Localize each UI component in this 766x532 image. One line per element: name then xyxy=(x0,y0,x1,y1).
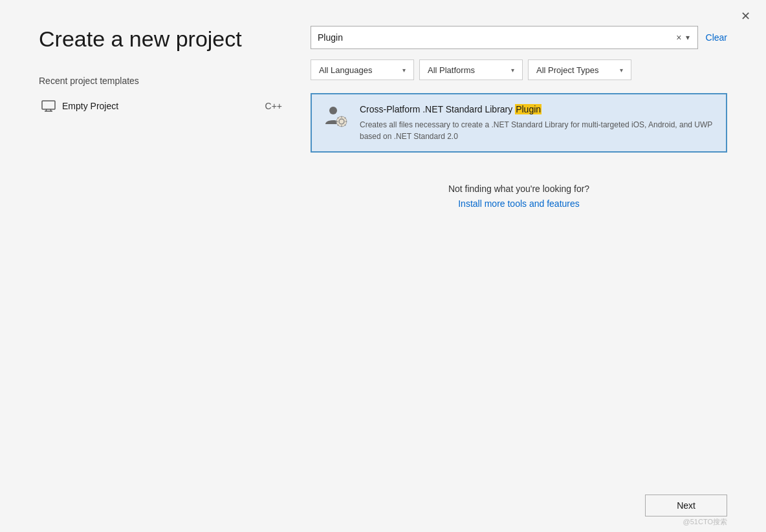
svg-rect-0 xyxy=(42,101,55,109)
svg-line-12 xyxy=(345,125,345,125)
filter-platforms-arrow: ▾ xyxy=(511,67,514,74)
not-finding-section: Not finding what you're looking for? Ins… xyxy=(311,184,727,209)
clear-link[interactable]: Clear xyxy=(706,32,727,43)
empty-project-icon xyxy=(41,100,56,112)
filter-project-types-label: All Project Types xyxy=(536,65,616,75)
search-dropdown-button[interactable]: ▾ xyxy=(684,33,691,42)
filter-row: All Languages ▾ All Platforms ▾ All Proj… xyxy=(311,59,727,80)
not-finding-text: Not finding what you're looking for? xyxy=(311,184,727,194)
svg-point-4 xyxy=(329,107,337,114)
result-title-before: Cross-Platform .NET Standard Library xyxy=(360,104,515,114)
close-button[interactable]: ✕ xyxy=(737,9,754,23)
result-title: Cross-Platform .NET Standard Library Plu… xyxy=(360,103,716,116)
recent-label: Recent project templates xyxy=(39,76,285,86)
filter-project-types[interactable]: All Project Types ▾ xyxy=(528,59,631,80)
result-item-crossplatform[interactable]: Cross-Platform .NET Standard Library Plu… xyxy=(311,93,727,153)
right-panel: × ▾ Clear All Languages ▾ All Platforms … xyxy=(311,26,727,482)
results-list: Cross-Platform .NET Standard Library Plu… xyxy=(311,93,727,153)
next-button[interactable]: Next xyxy=(645,495,727,516)
search-input[interactable] xyxy=(318,32,673,43)
recent-item-empty-project[interactable]: Empty Project C++ xyxy=(39,96,285,116)
result-desc: Creates all files necessary to create a … xyxy=(360,119,716,142)
page-title: Create a new project xyxy=(39,26,285,52)
filter-languages-arrow: ▾ xyxy=(402,67,406,74)
filter-languages[interactable]: All Languages ▾ xyxy=(311,59,414,80)
filter-platforms[interactable]: All Platforms ▾ xyxy=(419,59,523,80)
crossplatform-icon xyxy=(322,103,349,131)
svg-line-14 xyxy=(345,118,345,118)
filter-languages-label: All Languages xyxy=(319,65,399,75)
left-panel: Create a new project Recent project temp… xyxy=(39,26,311,482)
result-title-highlight: Plugin xyxy=(515,104,542,114)
search-clear-button[interactable]: × xyxy=(673,32,684,43)
svg-line-11 xyxy=(338,118,338,118)
filter-platforms-label: All Platforms xyxy=(428,65,507,75)
install-link[interactable]: Install more tools and features xyxy=(458,198,580,209)
search-box: × ▾ xyxy=(311,26,698,49)
create-project-dialog: ✕ Create a new project Recent project te… xyxy=(0,0,766,532)
footer: Next xyxy=(0,482,766,532)
search-row: × ▾ Clear xyxy=(311,26,727,49)
result-text: Cross-Platform .NET Standard Library Plu… xyxy=(360,103,716,142)
recent-item-type: C++ xyxy=(265,101,282,111)
filter-project-types-arrow: ▾ xyxy=(620,67,623,74)
watermark: @51CTO搜索 xyxy=(683,517,727,527)
svg-line-13 xyxy=(338,125,338,125)
recent-item-name: Empty Project xyxy=(62,101,118,111)
